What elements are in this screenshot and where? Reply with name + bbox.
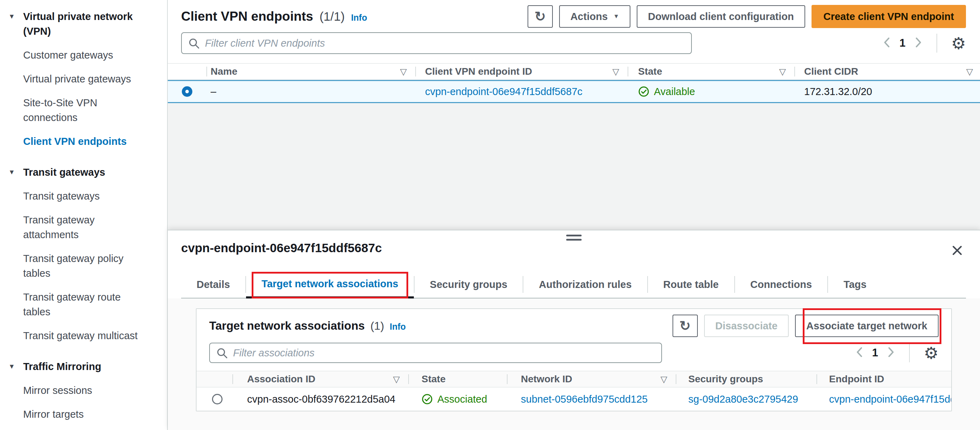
sidebar-item-transit-gateway-attachments[interactable]: Transit gateway attachments xyxy=(23,213,147,242)
tab-connections[interactable]: Connections xyxy=(735,271,828,298)
current-page-number[interactable]: 1 xyxy=(872,346,878,359)
list-header: Client VPN endpoints (1/1) Info ↻ Action… xyxy=(168,0,980,28)
settings-gear-icon[interactable]: ⚙ xyxy=(924,345,939,361)
sidebar-item-transit-gateway-policy-tables[interactable]: Transit gateway policy tables xyxy=(23,251,147,281)
endpoints-table-header: Name ▽ Client VPN endpoint ID ▽ State ▽ … xyxy=(168,63,980,80)
sidebar-item-virtual-private-gateways[interactable]: Virtual private gateways xyxy=(23,71,147,86)
associations-card-title: Target network associations xyxy=(209,319,365,333)
endpoint-detail-split-panel: cvpn-endpoint-06e947f15ddf5687c Details … xyxy=(168,230,980,430)
associations-refresh-button[interactable]: ↻ xyxy=(673,314,698,337)
refresh-icon: ↻ xyxy=(679,319,691,333)
sidebar-section-header-traffic-mirroring[interactable]: ▼ Traffic Mirroring xyxy=(8,359,154,374)
associate-target-network-button[interactable]: Associate target network xyxy=(795,314,939,337)
associations-card-header: Target network associations (1) Info ↻ D… xyxy=(209,314,939,337)
associate-label: Associate target network xyxy=(806,320,928,332)
empty-table-area xyxy=(168,103,980,230)
detail-tabs: Details Target network associations Secu… xyxy=(181,271,966,298)
sidebar-section-label: Virtual private network (VPN) xyxy=(23,9,154,38)
column-label: State xyxy=(422,373,445,385)
create-label: Create client VPN endpoint xyxy=(824,11,954,22)
previous-page-icon[interactable] xyxy=(855,346,863,360)
next-page-icon[interactable] xyxy=(915,36,923,50)
search-icon xyxy=(216,347,228,360)
state-label: Available xyxy=(654,86,695,97)
sidebar-item-mirror-sessions[interactable]: Mirror sessions xyxy=(23,383,147,398)
column-label: Client VPN endpoint ID xyxy=(425,66,532,77)
selection-column-header xyxy=(168,64,207,79)
cell-client-cidr: 172.31.32.0/20 xyxy=(795,86,980,97)
download-label: Download client configuration xyxy=(648,11,794,22)
column-label: Security groups xyxy=(688,373,763,385)
disassociate-button[interactable]: Disassociate xyxy=(704,314,789,337)
endpoints-filter-input[interactable] xyxy=(181,32,692,54)
associations-filter-row: 1 ⚙ xyxy=(209,343,939,363)
column-label: State xyxy=(638,66,662,77)
sidebar-item-customer-gateways[interactable]: Customer gateways xyxy=(23,48,147,62)
check-circle-icon xyxy=(422,394,433,405)
vpc-sidebar: ▼ Virtual private network (VPN) Customer… xyxy=(0,0,168,430)
close-icon[interactable] xyxy=(951,244,963,258)
column-label: Association ID xyxy=(247,373,315,385)
associations-pagination: 1 ⚙ xyxy=(855,343,939,362)
security-group-link[interactable]: sg-09d2a80e3c2795429 xyxy=(688,394,798,405)
list-filter-row: 1 ⚙ xyxy=(168,28,980,54)
sidebar-section-label: Transit gateways xyxy=(23,165,105,179)
sort-icon[interactable]: ▽ xyxy=(400,67,407,77)
sidebar-item-transit-gateway-route-tables[interactable]: Transit gateway route tables xyxy=(23,290,147,319)
endpoint-table-row[interactable]: – cvpn-endpoint-06e947f15ddf5687c Availa… xyxy=(168,80,980,103)
column-header-client-cidr: Client CIDR ▽ xyxy=(795,64,980,79)
sidebar-section-header-vpn[interactable]: ▼ Virtual private network (VPN) xyxy=(8,9,154,38)
info-link[interactable]: Info xyxy=(390,322,406,332)
tab-details[interactable]: Details xyxy=(181,271,245,298)
sort-icon[interactable]: ▽ xyxy=(393,374,400,384)
sidebar-item-transit-gateways[interactable]: Transit gateways xyxy=(23,189,147,203)
tab-security-groups[interactable]: Security groups xyxy=(415,271,523,298)
sidebar-section-header-transit-gateways[interactable]: ▼ Transit gateways xyxy=(8,165,154,179)
sidebar-item-mirror-targets[interactable]: Mirror targets xyxy=(23,407,147,422)
network-id-link[interactable]: subnet-0596ebfd975cdd125 xyxy=(521,394,648,405)
endpoint-count: (1/1) xyxy=(320,10,345,24)
sidebar-section-transit-gateways: ▼ Transit gateways Transit gateways Tran… xyxy=(8,165,154,343)
target-network-associations-card: Target network associations (1) Info ↻ D… xyxy=(196,308,952,411)
sidebar-item-client-vpn-endpoints[interactable]: Client VPN endpoints xyxy=(23,134,147,149)
panel-drag-handle[interactable] xyxy=(566,235,582,243)
sort-icon[interactable]: ▽ xyxy=(966,67,973,77)
association-table-row[interactable]: cvpn-assoc-0bf639762212d5a04 Associated … xyxy=(197,387,951,411)
tab-target-network-associations[interactable]: Target network associations xyxy=(246,271,414,298)
current-page-number[interactable]: 1 xyxy=(900,37,905,49)
tab-tags[interactable]: Tags xyxy=(828,271,882,298)
previous-page-icon[interactable] xyxy=(883,36,891,50)
row-radio-unselected[interactable] xyxy=(212,394,223,405)
tab-label: Target network associations xyxy=(261,278,398,290)
create-client-vpn-endpoint-button[interactable]: Create client VPN endpoint xyxy=(811,5,966,28)
sidebar-item-transit-gateway-multicast[interactable]: Transit gateway multicast xyxy=(23,328,147,343)
next-page-icon[interactable] xyxy=(887,346,895,360)
column-label: Network ID xyxy=(521,373,572,385)
download-client-configuration-button[interactable]: Download client configuration xyxy=(637,5,805,28)
column-label: Name xyxy=(211,66,237,77)
column-label: Endpoint ID xyxy=(829,373,884,385)
sort-icon[interactable]: ▽ xyxy=(660,374,667,384)
sort-icon[interactable]: ▽ xyxy=(612,67,619,77)
sidebar-section-traffic-mirroring: ▼ Traffic Mirroring Mirror sessions Mirr… xyxy=(8,359,154,430)
endpoint-id-link[interactable]: cvpn-endpoint-06e947f15ddf5687c xyxy=(425,86,582,97)
tab-route-table[interactable]: Route table xyxy=(648,271,734,298)
disassociate-label: Disassociate xyxy=(715,320,778,332)
column-header-name: Name ▽ xyxy=(207,64,416,79)
column-header-endpoint-id: Client VPN endpoint ID ▽ xyxy=(416,64,628,79)
info-link[interactable]: Info xyxy=(351,13,367,23)
caret-down-icon: ▼ xyxy=(613,13,619,20)
settings-gear-icon[interactable]: ⚙ xyxy=(951,35,966,52)
sidebar-section-vpn: ▼ Virtual private network (VPN) Customer… xyxy=(8,9,154,149)
section-collapse-icon: ▼ xyxy=(8,359,18,374)
column-header-security-groups: Security groups xyxy=(676,371,817,387)
refresh-icon: ↻ xyxy=(535,10,546,23)
row-radio-selected[interactable] xyxy=(182,86,192,97)
sort-icon[interactable]: ▽ xyxy=(779,67,786,77)
refresh-button[interactable]: ↻ xyxy=(528,5,553,28)
endpoint-id-link[interactable]: cvpn-endpoint-06e947f15ddf5687c xyxy=(829,394,951,405)
tab-authorization-rules[interactable]: Authorization rules xyxy=(523,271,647,298)
associations-filter-input[interactable] xyxy=(209,343,662,363)
actions-dropdown-button[interactable]: Actions ▼ xyxy=(559,5,630,28)
sidebar-item-site-to-site-vpn-connections[interactable]: Site-to-Site VPN connections xyxy=(23,95,147,125)
